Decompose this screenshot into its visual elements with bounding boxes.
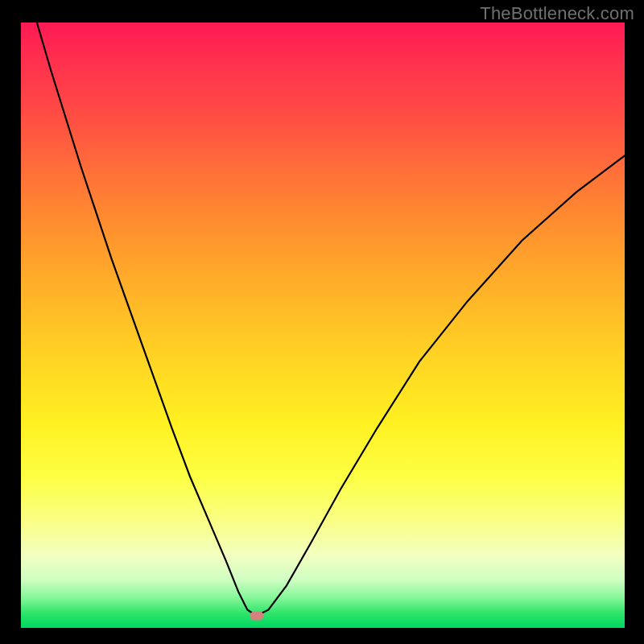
bottleneck-curve bbox=[21, 23, 625, 628]
chart-frame: TheBottleneck.com bbox=[0, 0, 644, 644]
watermark-text: TheBottleneck.com bbox=[480, 3, 634, 24]
minimum-marker bbox=[250, 611, 263, 620]
plot-area bbox=[21, 23, 625, 628]
